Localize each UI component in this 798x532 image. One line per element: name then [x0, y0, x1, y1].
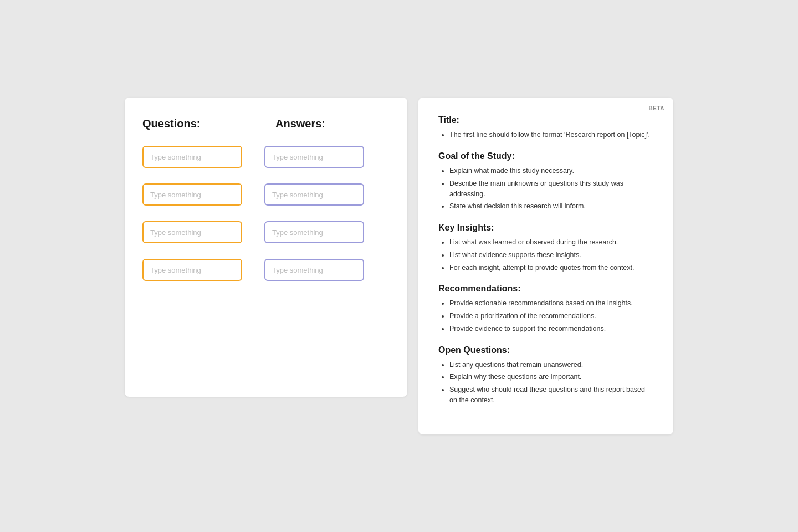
question-input-3[interactable]: [142, 221, 242, 243]
section-item-1-1: Describe the main unknowns or questions …: [449, 178, 653, 200]
section-item-1-0: Explain what made this study necessary.: [449, 166, 653, 176]
answer-input-3[interactable]: [264, 221, 364, 243]
answer-input-4[interactable]: [264, 259, 364, 281]
qa-row: [142, 146, 390, 168]
qa-row: [142, 183, 390, 206]
section-item-4-1: Explain why these questions are importan…: [449, 372, 653, 382]
right-panel: BETA Title:The first line should follow …: [418, 98, 673, 434]
section-item-4-2: Suggest who should read these questions …: [449, 385, 653, 406]
section-item-2-0: List what was learned or observed during…: [449, 237, 653, 248]
section-list-4: List any questions that remain unanswere…: [438, 360, 653, 406]
qa-rows: [142, 146, 390, 281]
question-input-4[interactable]: [142, 259, 242, 281]
main-container: Questions: Answers: BETA T: [125, 98, 673, 434]
question-input-1[interactable]: [142, 146, 242, 168]
qa-row: [142, 221, 390, 243]
section-title-0: Title:: [438, 115, 653, 125]
section-title-4: Open Questions:: [438, 345, 653, 355]
left-panel: Questions: Answers:: [125, 98, 407, 397]
section-item-0-0: The first line should follow the format …: [449, 130, 653, 140]
section-item-2-2: For each insight, attempt to provide quo…: [449, 263, 653, 273]
sections-container: Title:The first line should follow the f…: [438, 115, 653, 405]
section-4: Open Questions:List any questions that r…: [438, 345, 653, 406]
section-list-1: Explain what made this study necessary.D…: [438, 166, 653, 212]
qa-row: [142, 259, 390, 281]
section-title-2: Key Insights:: [438, 223, 653, 233]
section-item-2-1: List what evidence supports these insigh…: [449, 250, 653, 260]
section-list-3: Provide actionable recommendations based…: [438, 298, 653, 334]
answer-input-2[interactable]: [264, 183, 364, 206]
section-item-3-1: Provide a prioritization of the recommen…: [449, 311, 653, 321]
section-2: Key Insights:List what was learned or ob…: [438, 223, 653, 273]
section-item-3-0: Provide actionable recommendations based…: [449, 298, 653, 309]
question-input-2[interactable]: [142, 183, 242, 206]
section-item-1-2: State what decision this research will i…: [449, 201, 653, 212]
answer-input-1[interactable]: [264, 146, 364, 168]
section-3: Recommendations:Provide actionable recom…: [438, 284, 653, 334]
section-1: Goal of the Study:Explain what made this…: [438, 151, 653, 212]
section-list-0: The first line should follow the format …: [438, 130, 653, 140]
section-0: Title:The first line should follow the f…: [438, 115, 653, 140]
section-list-2: List what was learned or observed during…: [438, 237, 653, 273]
section-title-1: Goal of the Study:: [438, 151, 653, 161]
section-item-3-2: Provide evidence to support the recommen…: [449, 324, 653, 334]
columns-header: Questions: Answers:: [142, 117, 390, 130]
questions-column-title: Questions:: [142, 117, 242, 130]
answers-column-title: Answers:: [275, 117, 375, 130]
beta-badge: BETA: [649, 105, 664, 111]
section-title-3: Recommendations:: [438, 284, 653, 294]
section-item-4-0: List any questions that remain unanswere…: [449, 360, 653, 370]
